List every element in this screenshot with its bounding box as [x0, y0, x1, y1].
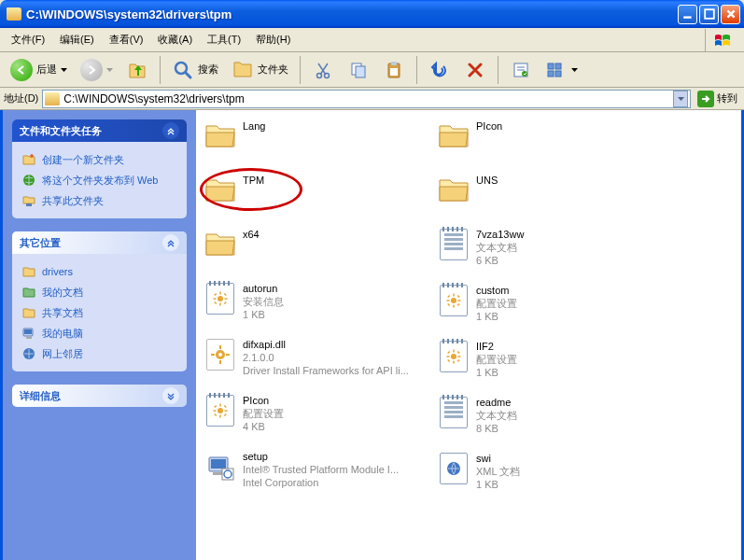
minimize-button[interactable]: [678, 5, 697, 24]
place-shared-documents[interactable]: 共享文档: [21, 302, 177, 323]
svg-rect-43: [214, 413, 217, 416]
menu-fav[interactable]: 收藏(A): [150, 29, 200, 50]
svg-rect-14: [548, 71, 554, 77]
views-button[interactable]: [540, 56, 583, 84]
file-item[interactable]: PIcon配置设置4 KB: [204, 394, 437, 433]
svg-rect-15: [555, 71, 561, 77]
svg-point-4: [325, 73, 330, 77]
xml-icon: [437, 452, 470, 485]
places-panel-header[interactable]: 其它位置: [12, 231, 187, 254]
svg-rect-31: [219, 345, 221, 349]
svg-rect-56: [457, 295, 460, 298]
file-meta: Lang: [243, 119, 265, 133]
svg-rect-6: [356, 66, 365, 77]
search-button[interactable]: 搜索: [167, 56, 223, 84]
tasks-title: 文件和文件夹任务: [20, 124, 102, 138]
menu-view[interactable]: 查看(V): [102, 29, 151, 50]
menu-tools[interactable]: 工具(T): [200, 29, 248, 50]
file-area[interactable]: LangTPMx64autorun安装信息1 KBdifxapi.dll2.1.…: [196, 110, 741, 560]
details-title: 详细信息: [20, 389, 61, 403]
task-new-folder[interactable]: 创建一个新文件夹: [21, 149, 177, 170]
svg-point-35: [218, 353, 222, 357]
search-label: 搜索: [198, 63, 218, 77]
svg-rect-22: [219, 292, 221, 295]
file-item[interactable]: readme文本文档8 KB: [437, 396, 670, 435]
menu-help[interactable]: 帮助(H): [248, 29, 298, 50]
svg-rect-0: [683, 16, 691, 18]
go-button[interactable]: 转到: [695, 91, 740, 107]
folders-button[interactable]: 文件夹: [227, 56, 293, 84]
svg-point-50: [451, 298, 456, 303]
svg-rect-60: [453, 350, 455, 353]
file-meta: UNS: [476, 174, 498, 187]
svg-rect-28: [214, 301, 217, 304]
folder-icon: [437, 174, 470, 207]
file-item[interactable]: UNS: [437, 174, 670, 211]
undo-button[interactable]: [424, 56, 456, 84]
close-button[interactable]: [721, 5, 740, 24]
details-panel-header[interactable]: 详细信息: [12, 385, 187, 407]
svg-point-3: [317, 73, 322, 77]
address-bar: 地址(D) C:\WINDOWS\system32\drivers\tpm 转到: [0, 88, 744, 110]
place-drivers[interactable]: drivers: [21, 261, 177, 282]
svg-rect-53: [447, 300, 450, 301]
folder-icon: [204, 228, 237, 261]
file-item[interactable]: TPM: [204, 174, 437, 211]
menu-edit[interactable]: 编辑(E): [52, 29, 102, 50]
folders-label: 文件夹: [258, 63, 288, 77]
menu-file[interactable]: 文件(F): [4, 29, 52, 50]
svg-rect-63: [458, 356, 461, 357]
svg-rect-13: [555, 63, 561, 69]
file-item[interactable]: 7vza13ww文本文档6 KB: [437, 228, 670, 267]
details-panel: 详细信息: [12, 385, 187, 407]
place-my-documents[interactable]: 我的文档: [21, 282, 177, 302]
address-dropdown[interactable]: [673, 91, 688, 107]
place-network[interactable]: 网上邻居: [21, 343, 177, 364]
file-meta: PIcon: [476, 119, 502, 133]
task-share[interactable]: 共享此文件夹: [21, 190, 177, 211]
file-meta: PIcon配置设置4 KB: [243, 394, 284, 433]
places-panel: 其它位置 drivers 我的文档 共享文档 我的电脑 网上邻居: [12, 231, 187, 371]
file-item[interactable]: PIcon: [437, 119, 670, 157]
delete-button[interactable]: [459, 56, 491, 84]
paste-button[interactable]: [378, 56, 410, 84]
setup-icon: [204, 450, 237, 483]
folder-icon: [437, 119, 470, 153]
forward-button[interactable]: [76, 56, 118, 84]
dropdown-arrow-icon: [61, 68, 67, 72]
task-publish-web[interactable]: 将这个文件夹发布到 Web: [21, 170, 177, 190]
svg-rect-39: [214, 410, 217, 412]
svg-rect-67: [457, 359, 460, 362]
file-item[interactable]: custom配置设置1 KB: [437, 284, 670, 323]
svg-rect-9: [390, 68, 398, 76]
collapse-icon: [162, 122, 179, 139]
file-item[interactable]: IIF2配置设置1 KB: [437, 340, 670, 379]
svg-rect-64: [447, 351, 450, 354]
cut-button[interactable]: [307, 56, 339, 84]
window-title: C:\WINDOWS\system32\drivers\tpm: [26, 7, 678, 21]
maximize-button[interactable]: [699, 5, 719, 24]
file-item[interactable]: Lang: [204, 119, 437, 157]
address-field[interactable]: C:\WINDOWS\system32\drivers\tpm: [42, 90, 691, 108]
svg-rect-51: [453, 294, 455, 297]
place-my-computer[interactable]: 我的电脑: [21, 323, 177, 343]
properties-button[interactable]: [505, 56, 537, 84]
tasks-panel-header[interactable]: 文件和文件夹任务: [12, 119, 187, 142]
menu-bar: 文件(F) 编辑(E) 查看(V) 收藏(A) 工具(T) 帮助(H): [0, 28, 744, 52]
file-item[interactable]: x64: [204, 228, 437, 265]
file-item[interactable]: difxapi.dll2.1.0.0Driver Install Framewo…: [204, 338, 437, 377]
svg-rect-38: [219, 415, 221, 418]
txt-icon: [437, 396, 470, 429]
up-button[interactable]: [121, 56, 153, 84]
file-item[interactable]: autorun安装信息1 KB: [204, 282, 437, 321]
file-meta: autorun安装信息1 KB: [243, 282, 284, 321]
file-item[interactable]: swiXML 文档1 KB: [437, 452, 670, 491]
ini-icon: [204, 394, 237, 427]
back-button[interactable]: 后退: [6, 56, 72, 84]
collapse-icon: [162, 234, 179, 251]
copy-button[interactable]: [343, 56, 374, 84]
txt-icon: [437, 228, 470, 261]
dll-icon: [204, 338, 237, 371]
file-item[interactable]: setupIntel® Trusted Platform Module I...…: [204, 450, 437, 489]
svg-rect-65: [457, 351, 460, 354]
